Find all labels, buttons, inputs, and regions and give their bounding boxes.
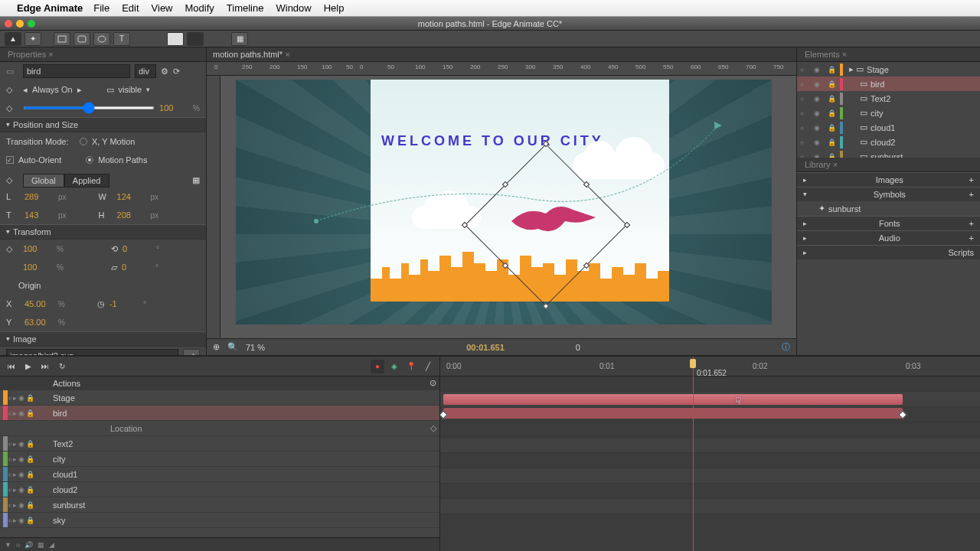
- eye-icon[interactable]: ◉: [814, 139, 825, 146]
- loop-button[interactable]: ↻: [55, 360, 69, 373]
- link-icon[interactable]: ⟐: [800, 95, 811, 103]
- actions-menu-icon[interactable]: ⊙: [430, 378, 436, 388]
- symbol-item[interactable]: ✦ sunburst: [797, 201, 980, 216]
- animation-bar[interactable]: [443, 394, 903, 405]
- link-icon[interactable]: ⟐: [8, 517, 11, 524]
- auto-keyframe-button[interactable]: ◈: [387, 360, 401, 373]
- menu-view[interactable]: View: [152, 2, 173, 14]
- eye-icon[interactable]: ◉: [814, 66, 825, 73]
- origin-y[interactable]: 63.00: [24, 318, 54, 327]
- grid-icon[interactable]: ▦: [38, 541, 44, 549]
- expand-icon[interactable]: ▸: [13, 455, 17, 463]
- image-section[interactable]: Image: [0, 331, 206, 347]
- size-h[interactable]: 208: [117, 210, 146, 220]
- lib-scripts[interactable]: Scripts: [797, 245, 980, 259]
- link-icon[interactable]: ⟐: [800, 80, 811, 88]
- lock-icon[interactable]: 🔒: [26, 486, 34, 494]
- element-row-bird[interactable]: ⟐◉🔒▭ bird: [797, 77, 980, 91]
- link-icon[interactable]: ⟐: [8, 394, 11, 402]
- link-icon[interactable]: ⟐: [8, 409, 11, 417]
- link-icon[interactable]: ⟐: [8, 471, 11, 478]
- filter-icon[interactable]: ▼: [5, 541, 11, 549]
- lib-symbols[interactable]: Symbols+: [797, 187, 980, 201]
- fit-icon[interactable]: ⊕: [213, 342, 220, 352]
- bird-element[interactable]: [504, 198, 603, 244]
- actions-row[interactable]: Actions⊙: [0, 377, 439, 390]
- lane-text2[interactable]: [440, 422, 980, 438]
- grid-icon[interactable]: ▦: [192, 175, 200, 185]
- scale-x[interactable]: 100: [23, 244, 52, 253]
- menu-modify[interactable]: Modify: [185, 2, 214, 14]
- playhead[interactable]: [693, 357, 694, 551]
- opacity-slider[interactable]: [23, 106, 155, 109]
- tool-text[interactable]: T: [113, 32, 130, 46]
- lib-fonts[interactable]: Fonts+: [797, 216, 980, 230]
- document-tab[interactable]: motion paths.html* ×: [207, 47, 796, 62]
- transform-section[interactable]: Transform: [0, 224, 206, 240]
- track-sky[interactable]: ⟐ ▸ ◉ 🔒sky: [0, 513, 439, 528]
- properties-tab[interactable]: Properties×: [0, 47, 206, 62]
- expand-icon[interactable]: ▸: [13, 517, 17, 524]
- zoom-level[interactable]: 71 %: [246, 343, 265, 352]
- zoom-icon[interactable]: 🔍: [227, 342, 238, 352]
- eye-icon[interactable]: ◉: [18, 471, 24, 478]
- lock-icon[interactable]: 🔒: [828, 139, 837, 146]
- eye-icon[interactable]: ◉: [814, 80, 825, 88]
- lock-icon[interactable]: 🔒: [828, 66, 837, 73]
- lock-icon[interactable]: 🔒: [26, 394, 34, 402]
- tool-select[interactable]: ▲: [5, 32, 21, 46]
- close-button[interactable]: [5, 20, 12, 28]
- opacity-value[interactable]: 100: [159, 103, 188, 112]
- color-stroke[interactable]: [187, 32, 204, 46]
- rotation[interactable]: 0: [122, 244, 152, 253]
- tool-transform[interactable]: ✦: [24, 32, 41, 46]
- origin-x[interactable]: 45.00: [24, 299, 54, 308]
- elements-tab[interactable]: Elements×: [797, 47, 980, 62]
- link-icon[interactable]: ⟐: [8, 501, 11, 509]
- menu-help[interactable]: Help: [324, 2, 345, 14]
- lock-icon[interactable]: 🔒: [828, 80, 837, 88]
- expand-icon[interactable]: ▸: [13, 440, 17, 448]
- color-fill[interactable]: [167, 32, 184, 46]
- lock-icon[interactable]: 🔒: [26, 455, 34, 463]
- cloud1-element[interactable]: [573, 152, 665, 179]
- tool-rounded-rect[interactable]: [74, 32, 90, 46]
- eye-icon[interactable]: ◉: [18, 440, 24, 448]
- lane-sky[interactable]: [440, 499, 980, 514]
- link-icon[interactable]: ⟐: [800, 139, 811, 146]
- lock-icon[interactable]: 🔒: [26, 517, 34, 524]
- cloud2-element[interactable]: [412, 206, 481, 229]
- eye-icon[interactable]: ◉: [814, 95, 825, 103]
- track-bird[interactable]: ⟐ ▸ ◉ 🔒bird: [0, 406, 439, 421]
- stage-element[interactable]: [371, 80, 669, 302]
- lock-icon[interactable]: 🔒: [26, 471, 34, 478]
- eye-icon[interactable]: ◉: [18, 486, 24, 494]
- eye-icon[interactable]: ◉: [18, 394, 24, 402]
- expand-icon[interactable]: ▸: [13, 409, 17, 417]
- element-tag[interactable]: div: [135, 64, 156, 78]
- keyframe-icon[interactable]: ◇: [430, 423, 436, 433]
- snap-icon[interactable]: ⌾: [16, 541, 20, 549]
- expand-icon[interactable]: ▸: [13, 471, 17, 478]
- motion-paths-radio[interactable]: [86, 156, 93, 164]
- audio-icon[interactable]: 🔊: [24, 541, 33, 549]
- eye-icon[interactable]: ◉: [18, 501, 24, 509]
- track-text2[interactable]: ⟐ ▸ ◉ 🔒Text2: [0, 436, 439, 452]
- position-size-section[interactable]: Position and Size: [0, 117, 206, 132]
- track-property-location[interactable]: Location◇: [0, 421, 439, 436]
- menu-window[interactable]: Window: [276, 2, 311, 14]
- chevron-icon[interactable]: ▸: [77, 85, 82, 95]
- pos-l[interactable]: 289: [24, 192, 54, 201]
- tool-layout[interactable]: ▦: [231, 32, 248, 46]
- element-row-cloud2[interactable]: ⟐◉🔒▭ cloud2: [797, 135, 980, 149]
- element-row-stage[interactable]: ⟐◉🔒▸ ▭ Stage: [797, 62, 980, 77]
- tool-ellipse[interactable]: [93, 32, 110, 46]
- lock-icon[interactable]: 🔒: [828, 95, 837, 103]
- coord-mode[interactable]: Global Applied: [23, 174, 109, 187]
- lane-stage[interactable]: [440, 377, 980, 392]
- lane-bird[interactable]: [440, 392, 980, 407]
- lib-audio[interactable]: Audio+: [797, 230, 980, 245]
- skew[interactable]: 0: [122, 262, 151, 272]
- expand-icon[interactable]: ▸: [13, 486, 17, 494]
- link-icon[interactable]: ⟐: [8, 486, 11, 494]
